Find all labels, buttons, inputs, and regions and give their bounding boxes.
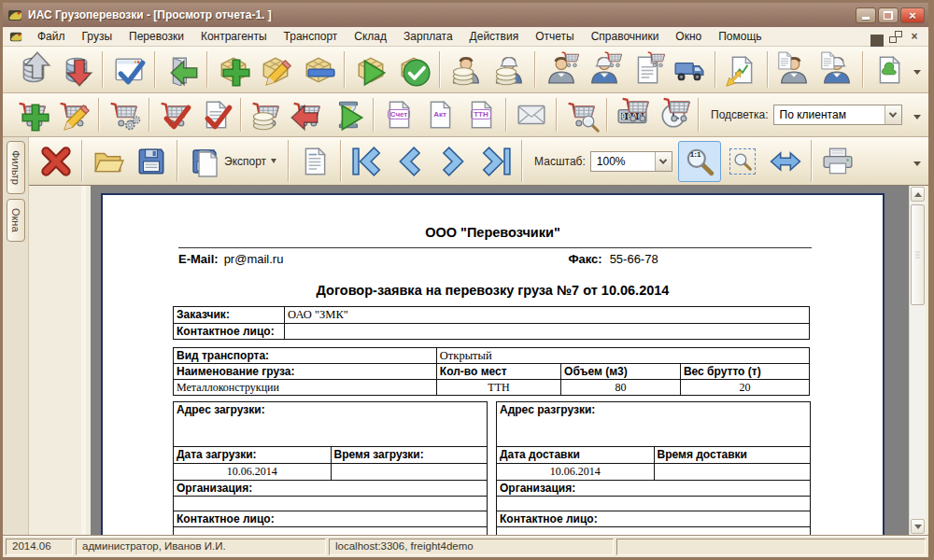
first-page-icon xyxy=(351,146,383,177)
send-email-button[interactable] xyxy=(511,95,552,134)
next-page-button[interactable] xyxy=(432,141,474,182)
mdi-close-button[interactable]: × xyxy=(908,31,921,43)
menu-directories[interactable]: Справочники xyxy=(583,28,668,45)
menu-help[interactable]: Помощь xyxy=(710,28,770,45)
exit-door-icon xyxy=(165,54,197,86)
db-restore-button[interactable] xyxy=(55,50,98,90)
restore-button[interactable] xyxy=(878,7,899,23)
order-add-button[interactable] xyxy=(12,95,53,134)
toolbar-separator xyxy=(102,51,104,88)
fit-width-button[interactable] xyxy=(764,141,807,182)
workspace: Фильтр Окна Экспорт Масштаб: 10 xyxy=(3,137,928,536)
order-search-button[interactable] xyxy=(561,95,602,134)
scale-combobox[interactable]: 100% xyxy=(590,151,672,172)
menu-transport[interactable]: Транспорт xyxy=(276,28,347,45)
unloading-table: Адрес разгрузки: Дата доставки Время дос… xyxy=(496,401,811,535)
cart-search-icon xyxy=(566,99,598,131)
chevron-down-icon xyxy=(913,161,921,166)
counter-button[interactable]: 0000 xyxy=(612,95,653,134)
document-check-icon xyxy=(200,99,232,131)
cargo-edit-button[interactable] xyxy=(254,50,297,90)
scale-value: 100% xyxy=(591,152,655,171)
truck-button[interactable] xyxy=(668,50,711,90)
document-confirm-button[interactable] xyxy=(195,95,236,134)
order-process-button[interactable] xyxy=(104,95,145,134)
menu-salary[interactable]: Зарплата xyxy=(395,28,461,45)
last-page-button[interactable] xyxy=(474,141,517,182)
order-confirm-button[interactable] xyxy=(154,95,195,134)
pending-start-button[interactable] xyxy=(328,95,369,134)
menu-window[interactable]: Окно xyxy=(667,28,710,45)
statistics-button[interactable] xyxy=(720,50,763,90)
driver-contract-button[interactable] xyxy=(815,50,858,90)
check-dialog-button[interactable] xyxy=(107,50,150,90)
client-payment-button[interactable] xyxy=(445,50,488,90)
open-report-button[interactable] xyxy=(87,141,130,182)
save-report-button[interactable] xyxy=(130,141,173,182)
scroll-down-button[interactable] xyxy=(911,519,925,534)
close-report-button[interactable] xyxy=(35,141,78,182)
page-structure-icon xyxy=(299,146,331,177)
order-edit-button[interactable] xyxy=(53,95,94,134)
act-document-icon: Акт xyxy=(424,99,456,131)
scale-dropdown-button[interactable] xyxy=(655,152,672,171)
toolbar-overflow-button[interactable] xyxy=(911,146,923,177)
mdi-minimize-button[interactable] xyxy=(870,31,884,43)
menu-file[interactable]: Файл xyxy=(29,28,74,45)
cargo-remove-button[interactable] xyxy=(297,50,340,90)
toolbar-overflow-button[interactable] xyxy=(911,99,923,131)
fax-value: 55-66-78 xyxy=(610,252,658,266)
menu-transportations[interactable]: Перевозки xyxy=(120,28,192,45)
print-button[interactable] xyxy=(816,141,859,182)
close-button[interactable]: × xyxy=(900,7,925,23)
driver-order-button[interactable] xyxy=(583,50,626,90)
waybill-doc-button[interactable]: ТТН xyxy=(460,95,502,134)
highlight-combobox[interactable]: По клиентам xyxy=(773,105,902,125)
export-button[interactable]: Экспорт xyxy=(182,141,284,182)
toolbar-separator xyxy=(715,51,716,88)
tab-filter[interactable]: Фильтр xyxy=(7,141,25,194)
cargo-add-button[interactable] xyxy=(212,50,255,90)
toolbar-separator xyxy=(862,51,864,88)
menu-reports[interactable]: Отчеты xyxy=(527,28,582,45)
toolbar-separator xyxy=(98,98,100,132)
zoom-actual-size-button[interactable]: 1:1 xyxy=(678,141,721,182)
menu-actions[interactable]: Действия xyxy=(461,28,528,45)
mdi-restore-button[interactable] xyxy=(889,31,902,43)
loading-contact-label: Контактное лицо: xyxy=(174,511,487,526)
order-return-button[interactable] xyxy=(287,95,328,134)
chevron-down-icon xyxy=(913,115,921,119)
vertical-scrollbar[interactable] xyxy=(909,186,926,535)
exit-button[interactable] xyxy=(160,50,203,90)
order-payment-button[interactable] xyxy=(246,95,287,134)
export-document-button[interactable] xyxy=(868,50,911,90)
cargo-start-button[interactable] xyxy=(349,50,392,90)
invoice-doc-button[interactable]: Счет xyxy=(378,95,419,134)
highlight-dropdown-button[interactable] xyxy=(884,105,901,124)
tab-windows[interactable]: Окна xyxy=(7,199,25,242)
act-doc-button[interactable]: Акт xyxy=(419,95,460,134)
cargo-complete-button[interactable] xyxy=(392,50,435,90)
scrollbar-thumb[interactable] xyxy=(911,204,925,305)
menu-warehouse[interactable]: Склад xyxy=(346,28,395,45)
menu-contractors[interactable]: Контрагенты xyxy=(192,28,276,45)
previous-page-button[interactable] xyxy=(389,141,432,182)
cart-plus-icon xyxy=(17,99,49,131)
toolbar-overflow-button[interactable] xyxy=(911,54,923,86)
menu-cargo[interactable]: Грузы xyxy=(74,28,121,45)
scroll-up-button[interactable] xyxy=(911,187,925,202)
mdi-close-icon: × xyxy=(908,31,921,43)
document-export-icon xyxy=(873,54,905,86)
zoom-region-button[interactable] xyxy=(721,141,764,182)
triangle-up-icon xyxy=(914,192,922,197)
order-timer-button[interactable] xyxy=(653,95,694,134)
first-page-button[interactable] xyxy=(346,141,389,182)
db-backup-button[interactable] xyxy=(12,50,55,90)
page-setup-button[interactable] xyxy=(293,141,336,182)
order-document-button[interactable] xyxy=(626,50,669,90)
driver-payment-button[interactable] xyxy=(488,50,531,90)
minimize-button[interactable] xyxy=(856,7,876,23)
client-order-button[interactable] xyxy=(540,50,583,90)
truck-icon xyxy=(673,54,705,86)
client-contract-button[interactable] xyxy=(772,50,815,90)
